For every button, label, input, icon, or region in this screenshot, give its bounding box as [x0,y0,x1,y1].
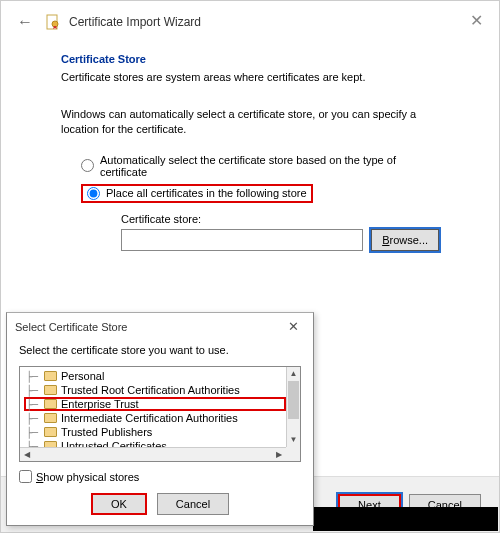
radio-auto-input[interactable] [81,159,94,172]
radio-place-label: Place all certificates in the following … [106,187,307,199]
list-item[interactable]: ├─Trusted Publishers [26,425,286,439]
dialog-instruction: Select the certificate store you want to… [19,344,301,356]
list-item[interactable]: ├─Intermediate Certification Authorities [26,411,286,425]
close-icon[interactable]: ✕ [464,9,489,32]
section-description: Certificate stores are system areas wher… [61,71,439,83]
body-text: Windows can automatically select a certi… [61,107,439,138]
wizard-title: Certificate Import Wizard [69,15,201,29]
wizard-content: Certificate Store Certificate stores are… [1,43,499,251]
radio-auto-select[interactable]: Automatically select the certificate sto… [81,154,439,178]
tree-viewport[interactable]: ├─Personal ├─Trusted Root Certification … [20,367,286,447]
wizard-titlebar: ← Certificate Import Wizard ✕ [1,1,499,43]
list-item[interactable]: ├─Trusted Root Certification Authorities [26,383,286,397]
show-physical-stores-checkbox[interactable]: Show physical stores [19,470,301,483]
certificate-store-row: Browse... [121,229,439,251]
ok-button[interactable]: OK [91,493,147,515]
dialog-titlebar: Select Certificate Store ✕ [7,313,313,340]
scroll-corner [286,447,300,461]
browse-button[interactable]: Browse... [371,229,439,251]
scroll-thumb[interactable] [288,381,299,419]
scroll-down-icon[interactable]: ▼ [287,433,300,447]
dialog-footer: OK Cancel [7,493,313,515]
list-item[interactable]: ├─Personal [26,369,286,383]
folder-icon [44,371,57,381]
section-title: Certificate Store [61,53,439,65]
certificate-store-label: Certificate store: [121,213,439,225]
horizontal-scrollbar[interactable]: ◀ ▶ [20,447,286,461]
scroll-right-icon[interactable]: ▶ [272,448,286,461]
radio-place-input[interactable] [87,187,100,200]
radio-auto-label: Automatically select the certificate sto… [100,154,439,178]
radio-place-all[interactable]: Place all certificates in the following … [81,184,313,203]
certificate-icon [45,14,61,30]
scroll-up-icon[interactable]: ▲ [287,367,300,381]
dialog-cancel-button[interactable]: Cancel [157,493,229,515]
list-item[interactable]: └─Untrusted Certificates [26,439,286,447]
folder-icon [44,399,57,409]
show-physical-input[interactable] [19,470,32,483]
dialog-body: Select the certificate store you want to… [7,340,313,491]
back-arrow-icon[interactable]: ← [17,13,33,31]
select-certificate-store-dialog: Select Certificate Store ✕ Select the ce… [6,312,314,526]
folder-icon [44,427,57,437]
black-overlay [313,507,498,531]
list-item-enterprise-trust[interactable]: ├─Enterprise Trust [24,397,286,411]
dialog-title: Select Certificate Store [15,321,128,333]
certificate-store-tree: ├─Personal ├─Trusted Root Certification … [19,366,301,462]
folder-icon [44,413,57,423]
certificate-store-input[interactable] [121,229,363,251]
scroll-left-icon[interactable]: ◀ [20,448,34,461]
vertical-scrollbar[interactable]: ▲ ▼ [286,367,300,447]
dialog-close-icon[interactable]: ✕ [282,319,305,334]
folder-icon [44,385,57,395]
